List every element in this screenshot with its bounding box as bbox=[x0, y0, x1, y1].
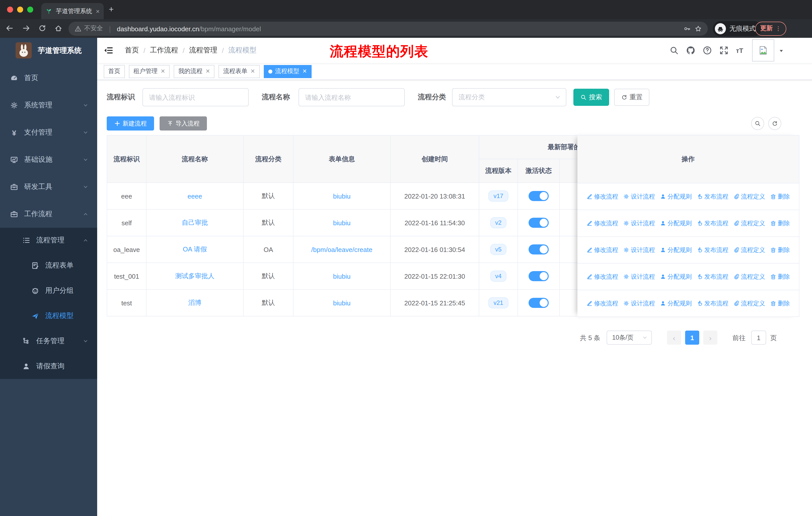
tag-my-process[interactable]: 我的流程 ✕ bbox=[174, 65, 214, 78]
window-zoom-button[interactable] bbox=[27, 6, 33, 12]
fullscreen-icon[interactable] bbox=[719, 46, 728, 55]
refresh-table-button[interactable] bbox=[768, 117, 781, 130]
form-info-link[interactable]: /bpm/oa/leave/create bbox=[311, 246, 373, 253]
search-icon[interactable] bbox=[670, 46, 678, 55]
row-action-edit[interactable]: 修改流程 bbox=[586, 219, 618, 227]
process-name-link[interactable]: 滔博 bbox=[188, 299, 201, 306]
status-toggle[interactable] bbox=[529, 191, 549, 201]
row-action-gear[interactable]: 设计流程 bbox=[623, 272, 655, 281]
row-action-publish[interactable]: 发布流程 bbox=[697, 192, 728, 201]
row-action-user[interactable]: 分配规则 bbox=[660, 299, 692, 308]
tag-process-model[interactable]: 流程模型 ✕ bbox=[264, 65, 311, 78]
security-warning[interactable]: 不安全 bbox=[75, 24, 103, 33]
page-size-select[interactable]: 10条/页 bbox=[607, 331, 652, 345]
process-name-input[interactable] bbox=[298, 88, 405, 106]
window-close-button[interactable] bbox=[7, 6, 13, 12]
row-action-user[interactable]: 分配规则 bbox=[660, 272, 692, 281]
sidebar-item-workflow[interactable]: 工作流程 bbox=[0, 200, 97, 228]
row-action-publish[interactable]: 发布流程 bbox=[697, 219, 728, 227]
window-minimize-button[interactable] bbox=[17, 6, 23, 12]
form-info-link[interactable]: biubiu bbox=[333, 299, 350, 307]
version-badge[interactable]: v4 bbox=[490, 271, 506, 282]
form-info-link[interactable]: biubiu bbox=[333, 219, 350, 226]
sidebar-logo[interactable]: 芋道管理系统 bbox=[0, 38, 97, 63]
breadcrumb-workflow[interactable]: 工作流程 bbox=[150, 46, 178, 55]
current-page-button[interactable]: 1 bbox=[685, 331, 699, 345]
row-action-link[interactable]: 流程定义 bbox=[733, 219, 765, 227]
key-icon[interactable] bbox=[684, 25, 691, 32]
sidebar-item-payment[interactable]: ¥ 支付管理 bbox=[0, 119, 97, 146]
next-page-button[interactable]: › bbox=[703, 331, 717, 345]
process-name-link[interactable]: eeee bbox=[187, 192, 202, 200]
row-action-publish[interactable]: 发布流程 bbox=[697, 246, 728, 254]
form-info-link[interactable]: biubiu bbox=[333, 192, 350, 200]
breadcrumb-process-mgmt[interactable]: 流程管理 bbox=[189, 46, 218, 55]
bookmark-star-icon[interactable] bbox=[695, 25, 702, 32]
sidebar-item-infra[interactable]: 基础设施 bbox=[0, 146, 97, 173]
version-badge[interactable]: v17 bbox=[489, 190, 509, 201]
browser-tab[interactable]: 芋道管理系统 × bbox=[41, 3, 104, 19]
row-action-edit[interactable]: 修改流程 bbox=[586, 192, 618, 201]
row-action-link[interactable]: 流程定义 bbox=[733, 246, 765, 254]
row-action-gear[interactable]: 设计流程 bbox=[623, 299, 655, 308]
row-action-gear[interactable]: 设计流程 bbox=[623, 246, 655, 254]
github-icon[interactable] bbox=[686, 46, 695, 55]
row-action-publish[interactable]: 发布流程 bbox=[697, 299, 728, 308]
sidebar-item-process-form[interactable]: 流程表单 bbox=[0, 253, 97, 278]
row-action-trash[interactable]: 删除 bbox=[770, 192, 790, 201]
status-toggle[interactable] bbox=[529, 218, 549, 228]
row-action-trash[interactable]: 删除 bbox=[770, 246, 790, 254]
row-action-edit[interactable]: 修改流程 bbox=[586, 299, 618, 308]
address-bar[interactable]: 不安全 | dashboard.yudao.iocoder.cn/bpm/man… bbox=[68, 21, 708, 35]
sidebar-item-devtools[interactable]: 研发工具 bbox=[0, 173, 97, 200]
reset-button[interactable]: 重置 bbox=[614, 89, 649, 106]
show-search-button[interactable] bbox=[751, 117, 764, 130]
row-action-edit[interactable]: 修改流程 bbox=[586, 272, 618, 281]
row-action-link[interactable]: 流程定义 bbox=[733, 272, 765, 281]
row-action-gear[interactable]: 设计流程 bbox=[623, 219, 655, 227]
sidebar-item-system[interactable]: 系统管理 bbox=[0, 92, 97, 119]
font-size-icon[interactable]: тT bbox=[736, 47, 743, 54]
row-action-user[interactable]: 分配规则 bbox=[660, 192, 692, 201]
version-badge[interactable]: v5 bbox=[490, 244, 506, 255]
tag-close-icon[interactable]: ✕ bbox=[161, 69, 165, 74]
home-icon[interactable] bbox=[54, 24, 62, 32]
category-select[interactable]: 流程分类 bbox=[452, 88, 566, 106]
avatar-caret-icon[interactable] bbox=[779, 48, 784, 53]
tag-tenant[interactable]: 租户管理 ✕ bbox=[129, 65, 170, 78]
sidebar-item-process-model[interactable]: 流程模型 bbox=[0, 303, 97, 329]
sidebar-item-user-group[interactable]: 用户分组 bbox=[0, 278, 97, 303]
tab-close-icon[interactable]: × bbox=[96, 8, 100, 15]
row-action-user[interactable]: 分配规则 bbox=[660, 219, 692, 227]
sidebar-fold-icon[interactable] bbox=[104, 46, 113, 55]
process-name-link[interactable]: 测试多审批人 bbox=[175, 272, 214, 280]
prev-page-button[interactable]: ‹ bbox=[667, 331, 681, 345]
new-tab-button[interactable]: + bbox=[109, 5, 114, 13]
form-info-link[interactable]: biubiu bbox=[333, 272, 350, 280]
search-button[interactable]: 搜索 bbox=[573, 89, 609, 106]
breadcrumb-home[interactable]: 首页 bbox=[125, 46, 139, 55]
tag-home[interactable]: 首页 bbox=[104, 65, 125, 78]
version-badge[interactable]: v2 bbox=[490, 217, 506, 228]
sidebar-item-home[interactable]: 首页 bbox=[0, 64, 97, 92]
status-toggle[interactable] bbox=[529, 271, 549, 281]
tag-close-icon[interactable]: ✕ bbox=[302, 69, 307, 74]
create-process-button[interactable]: 新建流程 bbox=[107, 116, 154, 131]
back-icon[interactable] bbox=[5, 24, 13, 32]
row-action-trash[interactable]: 删除 bbox=[770, 272, 790, 281]
import-process-button[interactable]: 导入流程 bbox=[160, 116, 207, 131]
sidebar-item-process-mgmt[interactable]: 流程管理 bbox=[0, 228, 97, 253]
status-toggle[interactable] bbox=[529, 298, 549, 308]
row-action-link[interactable]: 流程定义 bbox=[733, 299, 765, 308]
row-action-trash[interactable]: 删除 bbox=[770, 299, 790, 308]
process-name-link[interactable]: 自己审批 bbox=[182, 219, 208, 226]
row-action-user[interactable]: 分配规则 bbox=[660, 246, 692, 254]
help-icon[interactable] bbox=[703, 46, 712, 55]
status-toggle[interactable] bbox=[529, 244, 549, 254]
forward-icon[interactable] bbox=[22, 24, 30, 32]
browser-menu-icon[interactable] bbox=[775, 25, 781, 31]
sidebar-item-leave-query[interactable]: 请假查询 bbox=[0, 354, 97, 379]
version-badge[interactable]: v21 bbox=[489, 297, 509, 308]
tag-close-icon[interactable]: ✕ bbox=[205, 69, 210, 74]
goto-page-input[interactable] bbox=[751, 331, 766, 345]
